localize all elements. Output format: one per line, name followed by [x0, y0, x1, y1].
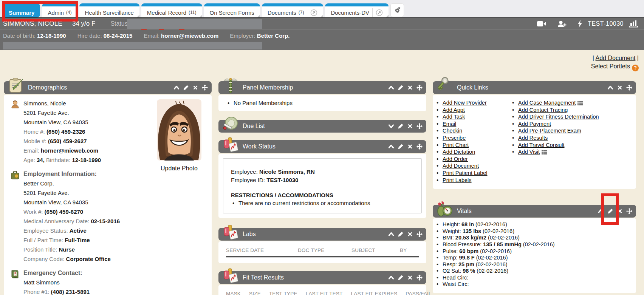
quick-link[interactable]: Add Pre-Placement Exam: [511, 127, 634, 134]
flowsheet-chart-icon[interactable]: [629, 20, 639, 28]
quick-link[interactable]: Add Driver Fitness Determination: [511, 113, 634, 120]
quick-link[interactable]: Add Travel Consult: [511, 142, 634, 149]
edit-icon[interactable]: [183, 85, 189, 91]
tab-admin[interactable]: Admin (4): [42, 3, 77, 17]
move-icon[interactable]: [416, 123, 423, 129]
quick-link[interactable]: Add Dictation: [435, 148, 511, 156]
collapse-icon[interactable]: [607, 85, 613, 91]
add-person-icon[interactable]: [557, 20, 567, 28]
quick-link[interactable]: Add Payment: [511, 120, 634, 128]
move-icon[interactable]: [202, 85, 208, 91]
quick-link[interactable]: Email: [435, 120, 511, 128]
remove-icon[interactable]: [407, 123, 413, 129]
popout-icon[interactable]: [376, 9, 383, 16]
move-icon[interactable]: [626, 85, 632, 91]
quick-link[interactable]: Add Results: [511, 134, 634, 142]
quick-link[interactable]: Prescribe: [435, 134, 511, 142]
gear-icon: [393, 6, 401, 14]
patient-header: SIMMONS, NICOLE 34 y/o F Status: Active: [0, 17, 644, 50]
quick-link[interactable]: Print Labels: [435, 177, 511, 184]
quick-link[interactable]: Add Order: [435, 156, 511, 163]
divider: [372, 8, 373, 17]
edit-icon[interactable]: [398, 144, 404, 150]
collapse-icon[interactable]: [388, 275, 394, 281]
tab-documents-dv[interactable]: Documents-DV: [325, 3, 389, 17]
move-icon[interactable]: [416, 85, 423, 91]
portlet-tools: [607, 85, 632, 91]
column-header[interactable]: BY: [400, 247, 407, 253]
expand-icon[interactable]: [388, 123, 394, 129]
quick-link[interactable]: Add Case Management: [511, 99, 634, 107]
key-icon: [437, 77, 453, 94]
quick-link[interactable]: Print Patient Label: [435, 170, 511, 177]
edit-icon[interactable]: [398, 231, 404, 237]
help-icon[interactable]: ?: [632, 65, 639, 71]
collapse-icon[interactable]: [388, 231, 394, 237]
separator: |: [637, 55, 639, 61]
employee-status: Employee Status: Active: [23, 226, 206, 235]
column-header[interactable]: PASS/FAIL: [406, 291, 431, 295]
patient-detail-row: Date of birth:12-18-1990 Hire date:08-24…: [0, 29, 644, 41]
column-header[interactable]: SIZE: [249, 291, 261, 295]
select-portlets-link[interactable]: Select Portlets: [591, 63, 630, 70]
quick-link[interactable]: Add New Provider: [435, 99, 511, 107]
portlet-title: Due List: [243, 123, 265, 130]
column-header[interactable]: LAST FIT EXPIRES: [351, 291, 398, 295]
remove-icon[interactable]: [617, 208, 623, 214]
tab-on-screen-forms[interactable]: On Screen Forms: [204, 3, 260, 17]
portlet-tools: [388, 123, 423, 129]
labs-column-headers: SERVICE DATE DOC TYPE SUBJECT BY: [226, 247, 419, 253]
patient-age-sex: 34 y/o F: [72, 20, 95, 28]
add-document-link[interactable]: Add Document: [596, 55, 636, 61]
column-header[interactable]: TEST TYPE: [269, 291, 297, 295]
vital-item: Pulse: 60 bpm (02-02-2016): [435, 248, 632, 255]
video-call-icon[interactable]: [537, 20, 546, 27]
lightning-icon[interactable]: [577, 20, 582, 28]
edit-icon[interactable]: [398, 85, 404, 91]
remove-icon[interactable]: [617, 85, 623, 91]
move-icon[interactable]: [416, 275, 423, 281]
tab-documents[interactable]: Documents (7): [262, 3, 324, 17]
quick-link[interactable]: Print Chart: [435, 142, 511, 149]
edit-icon[interactable]: [607, 208, 613, 214]
remove-icon[interactable]: [407, 144, 413, 150]
portlet-tools: [388, 144, 423, 150]
move-icon[interactable]: [416, 231, 423, 237]
quick-link[interactable]: Add Contact Tracing: [511, 107, 634, 114]
column-header[interactable]: DOC TYPE: [298, 247, 351, 253]
column-header[interactable]: LAST FIT TEST: [306, 291, 343, 295]
quick-link[interactable]: Checkin: [435, 127, 511, 134]
remove-icon[interactable]: [192, 85, 198, 91]
column-header[interactable]: SUBJECT: [351, 247, 400, 253]
edit-icon[interactable]: [398, 275, 404, 281]
collapse-icon[interactable]: [388, 144, 394, 150]
quick-links-body: Add New Provider Add Appt Add Task Email…: [433, 95, 636, 189]
move-icon[interactable]: [416, 144, 423, 150]
popout-icon[interactable]: [310, 9, 317, 16]
tab-health-surveillance[interactable]: Health Surveillance: [79, 3, 139, 17]
due-list-icon: [222, 116, 239, 132]
divider: [552, 20, 552, 27]
quick-link[interactable]: Add Document: [435, 162, 511, 170]
column-header[interactable]: SERVICE DATE: [226, 247, 298, 253]
collapse-icon[interactable]: [388, 85, 394, 91]
edit-icon[interactable]: [398, 123, 404, 129]
tab-summary[interactable]: Summary: [3, 3, 40, 17]
move-icon[interactable]: [626, 208, 632, 214]
collapse-icon[interactable]: [173, 85, 180, 91]
quick-link[interactable]: Add Task: [435, 113, 511, 120]
tab-medical-record[interactable]: Medical Record (11): [141, 3, 202, 17]
remove-icon[interactable]: [407, 275, 413, 281]
due-list-header: Due List: [218, 120, 426, 133]
remove-icon[interactable]: [407, 85, 413, 91]
quick-link[interactable]: Add Appt: [435, 107, 511, 114]
column-header[interactable]: MASK: [226, 291, 241, 295]
quick-link[interactable]: Add Visit: [511, 148, 634, 156]
portlet-tools: [173, 85, 208, 91]
work-status-portlet: Work Status Employee: Nicole Simmons, RN…: [218, 140, 426, 218]
patient-name-link[interactable]: Simmons, Nicole: [23, 100, 66, 107]
collapse-icon[interactable]: [598, 208, 604, 214]
update-photo-link[interactable]: Update Photo: [161, 165, 198, 171]
settings-button[interactable]: [390, 3, 404, 17]
remove-icon[interactable]: [407, 231, 413, 237]
